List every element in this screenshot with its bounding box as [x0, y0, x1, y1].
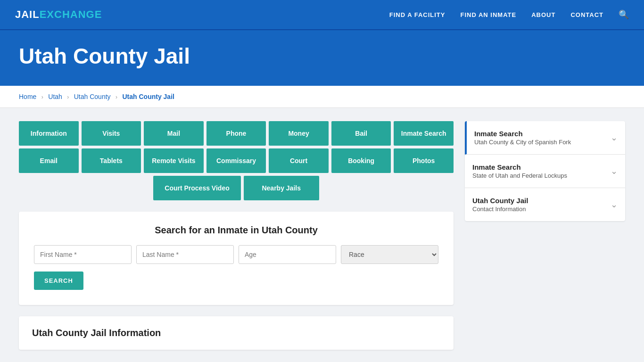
search-fields: Race White Black Hispanic Asian Native A…: [34, 245, 438, 264]
nav-links: FIND A FACILITY FIND AN INMATE ABOUT CON…: [389, 9, 629, 20]
sidebar-item-subtitle-2: State of Utah and Federal Lockups: [472, 172, 567, 179]
left-column: Information Visits Mail Phone Money Bail…: [19, 121, 454, 350]
btn-remote-visits[interactable]: Remote Visits: [144, 148, 204, 173]
race-select[interactable]: Race White Black Hispanic Asian Native A…: [341, 245, 438, 264]
main-content: Information Visits Mail Phone Money Bail…: [0, 108, 644, 362]
nav-find-inmate[interactable]: FIND AN INMATE: [460, 11, 516, 18]
first-name-input[interactable]: [34, 245, 132, 264]
btn-commissary[interactable]: Commissary: [206, 148, 266, 173]
btn-inmate-search[interactable]: Inmate Search: [394, 121, 454, 146]
sidebar-item-title-2: Inmate Search: [472, 163, 567, 171]
sidebar-item-inmate-search-state[interactable]: Inmate Search State of Utah and Federal …: [465, 155, 625, 188]
hero-section: Utah County Jail: [0, 30, 644, 86]
nav-find-facility[interactable]: FIND A FACILITY: [389, 11, 446, 18]
logo-exchange: EXCHANGE: [40, 8, 102, 21]
nav-contact[interactable]: CONTACT: [570, 11, 603, 18]
breadcrumb-sep-3: ›: [116, 94, 117, 100]
info-title: Utah County Jail Information: [32, 328, 440, 338]
page-title: Utah County Jail: [19, 43, 625, 69]
sidebar-item-text-2: Inmate Search State of Utah and Federal …: [472, 163, 567, 179]
btn-bail[interactable]: Bail: [331, 121, 391, 146]
btn-court-process-video[interactable]: Court Process Video: [153, 176, 240, 200]
sidebar-item-inmate-search-utah[interactable]: Inmate Search Utah County & City of Span…: [465, 121, 625, 155]
chevron-down-icon-1: ⌄: [611, 132, 618, 143]
breadcrumb-utah-county[interactable]: Utah County: [74, 93, 111, 100]
sidebar-item-subtitle-3: Contact Information: [472, 206, 528, 213]
btn-information[interactable]: Information: [19, 121, 79, 146]
button-grid-row1: Information Visits Mail Phone Money Bail…: [19, 121, 454, 146]
breadcrumb-sep-2: ›: [67, 94, 69, 100]
search-title: Search for an Inmate in Utah County: [34, 225, 438, 236]
info-section: Utah County Jail Information: [19, 316, 454, 350]
breadcrumb-sep-1: ›: [41, 94, 43, 100]
breadcrumb-home[interactable]: Home: [19, 93, 36, 100]
button-grid-row3: Court Process Video Nearby Jails: [19, 176, 454, 200]
age-input[interactable]: [239, 245, 336, 264]
sidebar-item-subtitle-1: Utah County & City of Spanish Fork: [474, 139, 571, 146]
search-icon[interactable]: 🔍: [619, 9, 629, 20]
chevron-down-icon-3: ⌄: [611, 199, 618, 210]
breadcrumb-utah[interactable]: Utah: [48, 93, 62, 100]
sidebar-card: Inmate Search Utah County & City of Span…: [465, 121, 625, 221]
btn-tablets[interactable]: Tablets: [82, 148, 141, 173]
btn-photos[interactable]: Photos: [394, 148, 454, 173]
nav-about[interactable]: ABOUT: [531, 11, 555, 18]
btn-court[interactable]: Court: [269, 148, 329, 173]
btn-nearby-jails[interactable]: Nearby Jails: [244, 176, 319, 200]
search-button[interactable]: SEARCH: [34, 272, 83, 290]
navbar: JAILEXCHANGE FIND A FACILITY FIND AN INM…: [0, 0, 644, 30]
btn-email[interactable]: Email: [19, 148, 79, 173]
btn-mail[interactable]: Mail: [144, 121, 204, 146]
btn-visits[interactable]: Visits: [82, 121, 141, 146]
right-sidebar: Inmate Search Utah County & City of Span…: [465, 121, 625, 350]
breadcrumb: Home › Utah › Utah County › Utah County …: [0, 86, 644, 108]
sidebar-item-text-3: Utah County Jail Contact Information: [472, 197, 528, 213]
btn-money[interactable]: Money: [269, 121, 329, 146]
sidebar-item-contact-info[interactable]: Utah County Jail Contact Information ⌄: [465, 188, 625, 221]
sidebar-item-text-1: Inmate Search Utah County & City of Span…: [474, 130, 571, 146]
breadcrumb-current: Utah County Jail: [122, 93, 174, 100]
logo[interactable]: JAILEXCHANGE: [15, 8, 102, 21]
chevron-down-icon-2: ⌄: [611, 166, 618, 176]
button-grid-row2: Email Tablets Remote Visits Commissary C…: [19, 148, 454, 173]
btn-phone[interactable]: Phone: [206, 121, 266, 146]
sidebar-item-title-1: Inmate Search: [474, 130, 571, 138]
logo-jail: JAIL: [15, 8, 40, 21]
inmate-search-box: Search for an Inmate in Utah County Race…: [19, 212, 454, 305]
last-name-input[interactable]: [136, 245, 234, 264]
sidebar-item-title-3: Utah County Jail: [472, 197, 528, 205]
btn-booking[interactable]: Booking: [331, 148, 391, 173]
